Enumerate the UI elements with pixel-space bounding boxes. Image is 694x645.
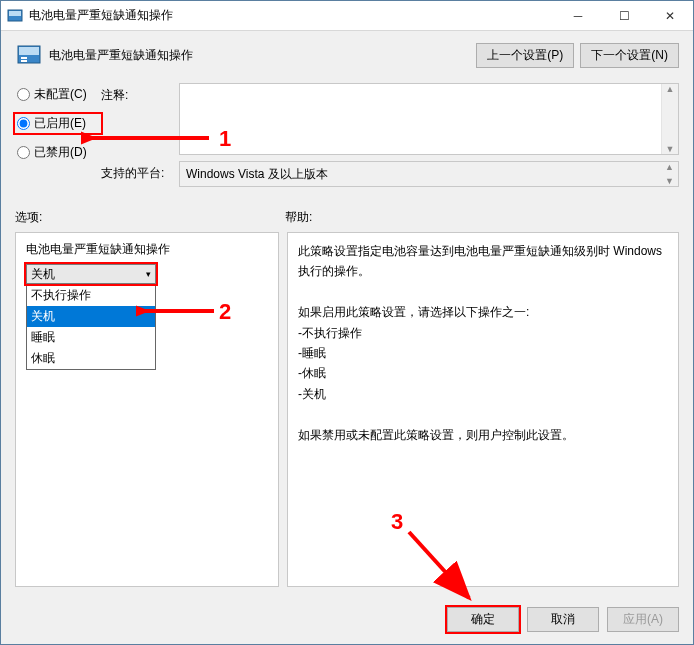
platform-label: 支持的平台: [101, 161, 179, 187]
apply-button[interactable]: 应用(A) [607, 607, 679, 632]
options-panel: 电池电量严重短缺通知操作 关机 ▾ 不执行操作 关机 睡眠 休眠 [15, 232, 279, 587]
radio-not-configured[interactable]: 未配置(C) [15, 85, 101, 104]
next-setting-button[interactable]: 下一个设置(N) [580, 43, 679, 68]
scrollbar[interactable]: ▲▼ [661, 162, 678, 186]
radio-not-configured-input[interactable] [17, 88, 30, 101]
ok-button[interactable]: 确定 [447, 607, 519, 632]
dropdown-list: 不执行操作 关机 睡眠 休眠 [26, 284, 156, 370]
content-area: 电池电量严重短缺通知操作 上一个设置(P) 下一个设置(N) 未配置(C) 已启… [1, 31, 693, 597]
radio-not-configured-label: 未配置(C) [34, 86, 87, 103]
help-p3: 如果禁用或未配置此策略设置，则用户控制此设置。 [298, 425, 668, 445]
footer: 确定 取消 应用(A) [1, 597, 693, 644]
help-label: 帮助: [285, 209, 312, 226]
dialog-window: 电池电量严重短缺通知操作 ─ ☐ ✕ 电池电量严重短缺通知操作 上一个设置(P)… [0, 0, 694, 645]
window-title: 电池电量严重短缺通知操作 [29, 7, 555, 24]
help-l4: -关机 [298, 384, 668, 404]
section-labels: 选项: 帮助: [15, 209, 679, 226]
scroll-down-icon[interactable]: ▼ [665, 176, 674, 186]
config-row: 未配置(C) 已启用(E) 已禁用(D) 注释: ▲▼ [15, 83, 679, 187]
help-l2: -睡眠 [298, 343, 668, 363]
help-panel: 此策略设置指定电池容量达到电池电量严重短缺通知级别时 Windows 执行的操作… [287, 232, 679, 587]
comment-textarea[interactable]: ▲▼ [179, 83, 679, 155]
dropdown-item[interactable]: 不执行操作 [27, 285, 155, 306]
radio-enabled-label: 已启用(E) [34, 115, 86, 132]
svg-rect-1 [9, 11, 21, 16]
dropdown-item[interactable]: 休眠 [27, 348, 155, 369]
platform-value: Windows Vista 及以上版本 [186, 167, 328, 181]
options-label: 选项: [15, 209, 285, 226]
radio-disabled-input[interactable] [17, 146, 30, 159]
help-l3: -休眠 [298, 363, 668, 383]
radio-enabled[interactable]: 已启用(E) [15, 114, 101, 133]
radio-group: 未配置(C) 已启用(E) 已禁用(D) [15, 83, 101, 172]
dropdown-item[interactable]: 睡眠 [27, 327, 155, 348]
radio-enabled-input[interactable] [17, 117, 30, 130]
svg-rect-5 [21, 60, 27, 62]
scroll-up-icon[interactable]: ▲ [665, 162, 674, 172]
platform-box: Windows Vista 及以上版本 ▲▼ [179, 161, 679, 187]
policy-title: 电池电量严重短缺通知操作 [49, 47, 476, 64]
scroll-down-icon[interactable]: ▼ [666, 144, 675, 154]
app-icon [7, 8, 23, 24]
scroll-up-icon[interactable]: ▲ [666, 84, 675, 94]
titlebar: 电池电量严重短缺通知操作 ─ ☐ ✕ [1, 1, 693, 31]
help-p1: 此策略设置指定电池容量达到电池电量严重短缺通知级别时 Windows 执行的操作… [298, 241, 668, 282]
dropdown-item[interactable]: 关机 [27, 306, 155, 327]
policy-icon [15, 41, 43, 69]
svg-rect-4 [21, 57, 27, 59]
help-l1: -不执行操作 [298, 323, 668, 343]
dropdown-selected: 关机 [31, 266, 55, 283]
radio-disabled-label: 已禁用(D) [34, 144, 87, 161]
scrollbar[interactable]: ▲▼ [661, 84, 678, 154]
svg-rect-3 [19, 47, 39, 55]
minimize-button[interactable]: ─ [555, 1, 601, 30]
help-p2: 如果启用此策略设置，请选择以下操作之一: [298, 302, 668, 322]
action-dropdown[interactable]: 关机 ▾ [26, 264, 156, 284]
comment-label: 注释: [101, 83, 179, 155]
chevron-down-icon: ▾ [146, 269, 151, 279]
radio-disabled[interactable]: 已禁用(D) [15, 143, 101, 162]
window-buttons: ─ ☐ ✕ [555, 1, 693, 30]
header-row: 电池电量严重短缺通知操作 上一个设置(P) 下一个设置(N) [15, 41, 679, 69]
prev-setting-button[interactable]: 上一个设置(P) [476, 43, 574, 68]
close-button[interactable]: ✕ [647, 1, 693, 30]
options-title: 电池电量严重短缺通知操作 [26, 241, 268, 258]
panels: 电池电量严重短缺通知操作 关机 ▾ 不执行操作 关机 睡眠 休眠 此策略设置指定… [15, 232, 679, 587]
cancel-button[interactable]: 取消 [527, 607, 599, 632]
maximize-button[interactable]: ☐ [601, 1, 647, 30]
